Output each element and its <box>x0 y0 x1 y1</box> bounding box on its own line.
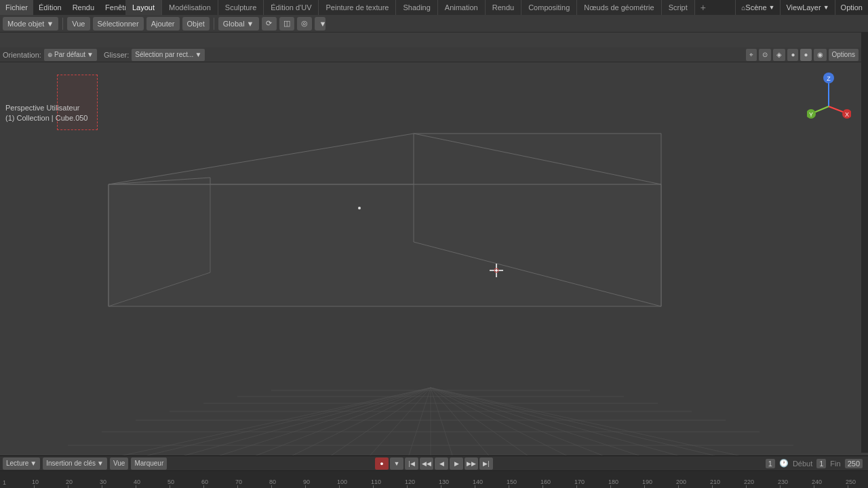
ruler-mark-140: 140 <box>475 476 509 488</box>
mode-dropdown[interactable]: Mode objet ▼ <box>3 17 58 30</box>
show-overlay-btn[interactable]: ⊙ <box>759 49 771 61</box>
viewport-3d[interactable]: Perspective Utilisateur (1) Collection |… <box>0 62 861 483</box>
crosshair-icon <box>488 262 505 279</box>
svg-text:Z: Z <box>827 75 831 82</box>
scene-selector[interactable]: ⌂ Scène ▼ <box>735 0 780 15</box>
orientation-row: Orientation: ⊕ Par défaut ▼ Glisser: Sél… <box>0 47 861 62</box>
pivot-btn[interactable]: ⟳ <box>262 17 277 30</box>
tab-peinture-texture[interactable]: Peinture de texture <box>319 0 396 15</box>
ruler-mark-150: 150 <box>509 476 542 488</box>
record-button[interactable]: ● <box>375 458 389 470</box>
menu-fichier[interactable]: Fichier <box>0 0 33 15</box>
ruler-mark-160: 160 <box>542 476 576 488</box>
ruler-mark-70: 70 <box>237 476 271 488</box>
global-transform-dropdown[interactable]: Global ▼ <box>218 17 259 30</box>
object-menu[interactable]: Objet <box>182 17 210 30</box>
playback-controls: ● ▼ |◀ ◀◀ ◀ ▶ ▶▶ ▶| <box>375 458 493 470</box>
play-reverse-button[interactable]: ◀ <box>435 458 448 470</box>
ruler-mark-130: 130 <box>441 476 475 488</box>
top-right-controls: ⌂ Scène ▼ ViewLayer ▼ Option <box>735 0 868 15</box>
transform-orientation-dropdown[interactable]: ⊕ Par défaut ▼ <box>44 49 97 61</box>
start-frame-input[interactable]: 1 <box>816 459 826 468</box>
navigation-gizmo[interactable]: Z X Y <box>807 69 851 120</box>
timeline-toolbar: Lecture ▼ Insertion de clés ▼ Vue Marque… <box>0 456 868 471</box>
svg-point-4 <box>358 207 361 209</box>
viewport-info: Perspective Utilisateur (1) Collection |… <box>5 103 87 124</box>
add-workspace-button[interactable]: + <box>695 0 711 15</box>
show-gizmo-btn[interactable]: ⌖ <box>746 49 757 61</box>
snap-toggle[interactable]: ◫ <box>279 17 294 30</box>
timeline-marker-btn[interactable]: Marqueur <box>131 458 167 470</box>
clock-icon: 🕐 <box>779 459 789 468</box>
ruler-container: 1 10 20 30 40 <box>34 471 868 488</box>
chevron-down-icon-3: ▼ <box>87 51 94 58</box>
tab-animation[interactable]: Animation <box>438 0 486 15</box>
ruler-mark-40: 40 <box>136 476 170 488</box>
tab-script[interactable]: Script <box>662 0 695 15</box>
ruler-mark-30: 30 <box>102 476 136 488</box>
menu-edition[interactable]: Édition <box>33 0 67 15</box>
options-viewport-btn[interactable]: Options <box>829 49 859 61</box>
chevron-down-icon-6: ▼ <box>97 460 104 467</box>
end-frame-input[interactable]: 250 <box>845 459 863 468</box>
perspective-label: Perspective Utilisateur <box>5 103 87 113</box>
view-menu[interactable]: Vue <box>67 17 90 30</box>
material-preview-btn[interactable]: ● <box>787 49 798 61</box>
ruler-marks: 10 20 30 40 50 <box>34 476 868 488</box>
step-forward-button[interactable]: ▶▶ <box>465 458 478 470</box>
ruler-mark-120: 120 <box>407 476 441 488</box>
add-menu[interactable]: Ajouter <box>146 17 180 30</box>
timeline-ruler[interactable]: 1 10 20 30 40 <box>0 471 868 488</box>
tab-modelisation[interactable]: Modélisation <box>162 0 218 15</box>
select-menu[interactable]: Sélectionner <box>93 17 144 30</box>
chevron-down-icon: ▼ <box>46 20 54 28</box>
ruler-mark-80: 80 <box>271 476 305 488</box>
chevron-down-icon-4: ▼ <box>195 51 201 58</box>
tab-rendu[interactable]: Rendu <box>486 0 521 15</box>
step-back-button[interactable]: ◀◀ <box>420 458 433 470</box>
tab-compositing[interactable]: Compositing <box>521 0 577 15</box>
ruler-mark-220: 220 <box>746 476 780 488</box>
separator-1 <box>62 18 63 30</box>
ruler-mark-170: 170 <box>576 476 610 488</box>
selection-mode-dropdown[interactable]: Sélection par rect... ▼ <box>132 49 205 61</box>
keyframe-type-dropdown[interactable]: Insertion de clés ▼ <box>43 458 107 470</box>
play-button[interactable]: ▶ <box>450 458 463 470</box>
options-button[interactable]: Option <box>835 0 868 15</box>
ruler-mark-60: 60 <box>203 476 237 488</box>
end-label: Fin <box>830 460 840 468</box>
tab-layout[interactable]: Layout <box>125 0 162 15</box>
chevron-dropdown-btn[interactable]: ▼ <box>390 458 403 470</box>
proportional-btn[interactable]: ◎ <box>297 17 312 30</box>
tab-sculpture[interactable]: Sculpture <box>218 0 264 15</box>
separator-2 <box>214 18 214 30</box>
solid-view-btn[interactable]: ● <box>800 49 811 61</box>
ruler-mark-110: 110 <box>373 476 407 488</box>
bottom-bar: Lecture ▼ Insertion de clés ▼ Vue Marque… <box>0 455 868 488</box>
current-frame-display[interactable]: 1 <box>766 459 775 468</box>
chevron-down-icon-2: ▼ <box>247 20 254 28</box>
timeline-view-btn[interactable]: Vue <box>110 458 128 470</box>
ruler-mark-190: 190 <box>644 476 678 488</box>
ruler-mark-50: 50 <box>170 476 203 488</box>
layer-selector[interactable]: ViewLayer ▼ <box>780 0 834 15</box>
menu-rendu[interactable]: Rendu <box>67 0 100 15</box>
tab-noeuds-geometrie[interactable]: Nœuds de géométrie <box>577 0 661 15</box>
workspace-tabs: Layout Modélisation Sculpture Édition d'… <box>125 0 711 15</box>
jump-start-button[interactable]: |◀ <box>405 458 418 470</box>
rendered-view-btn[interactable]: ◉ <box>814 49 827 61</box>
proportional-dropdown[interactable]: ▼ <box>315 17 326 30</box>
xray-btn[interactable]: ◈ <box>773 49 785 61</box>
ruler-mark-200: 200 <box>678 476 712 488</box>
ruler-mark-100: 100 <box>339 476 373 488</box>
grid-floor-svg <box>0 293 861 483</box>
tab-edition-uv[interactable]: Édition d'UV <box>264 0 319 15</box>
tab-shading[interactable]: Shading <box>396 0 437 15</box>
right-panel <box>861 33 868 453</box>
orientation-label: Orientation: <box>3 51 41 59</box>
ruler-mark-90: 90 <box>305 476 339 488</box>
playback-mode-dropdown[interactable]: Lecture ▼ <box>3 458 40 470</box>
top-menu-bar: Fichier Édition Rendu Fenêtre Aide Layou… <box>0 0 868 15</box>
jump-end-button[interactable]: ▶| <box>479 458 493 470</box>
axis-icon: ⊕ <box>47 52 53 58</box>
